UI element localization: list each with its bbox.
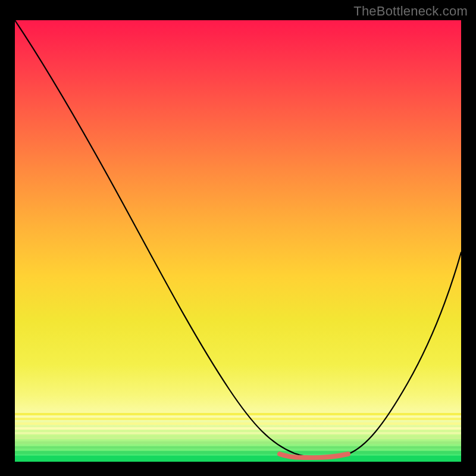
primary-curve xyxy=(15,20,461,458)
marker-arc xyxy=(280,454,348,458)
chart-frame: TheBottleneck.com xyxy=(0,0,476,476)
plot-area xyxy=(15,20,461,462)
site-wordmark: TheBottleneck.com xyxy=(353,4,468,19)
chart-svg xyxy=(15,20,461,462)
